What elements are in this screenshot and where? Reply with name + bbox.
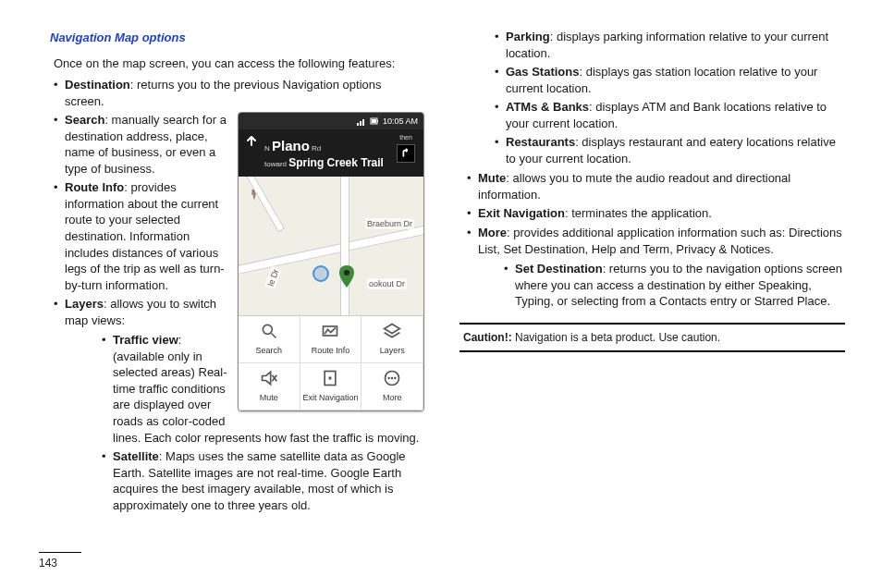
text-traffic: : (available only in selected areas) Rea… bbox=[113, 333, 419, 444]
text-more: : provides additional application inform… bbox=[478, 226, 842, 256]
options-list-top: Destination: returns you to the previous… bbox=[54, 77, 423, 109]
sub-traffic: Traffic view: (available only in selecte… bbox=[102, 332, 423, 446]
label-parking: Parking bbox=[506, 30, 550, 43]
intro-text: Once on the map screen, you can access t… bbox=[54, 55, 423, 72]
option-exit: Exit Navigation: terminates the applicat… bbox=[467, 205, 845, 222]
layers-sublist: Traffic view: (available only in selecte… bbox=[102, 332, 423, 513]
sub-atms: ATMs & Banks: displays ATM and Bank loca… bbox=[495, 99, 845, 131]
right-sublist: Parking: displays parking information re… bbox=[495, 29, 845, 166]
label-routeinfo: Route Info bbox=[65, 180, 124, 194]
sub-restaurants: Restaurants: displays restaurant and eat… bbox=[495, 134, 845, 166]
label-mute: Mute bbox=[478, 171, 506, 185]
caution-note: Caution!: Navigation is a beta product. … bbox=[459, 323, 845, 352]
option-route-info: Route Info: provides information about t… bbox=[54, 179, 423, 293]
two-column-layout: Navigation Map options Once on the map s… bbox=[37, 26, 845, 517]
option-mute: Mute: allows you to mute the audio reado… bbox=[467, 170, 845, 202]
label-exit: Exit Navigation bbox=[478, 206, 565, 220]
text-parking: : displays parking information relative … bbox=[506, 30, 828, 60]
label-traffic: Traffic view bbox=[113, 333, 178, 347]
label-satellite: Satellite bbox=[113, 449, 159, 463]
label-layers: Layers bbox=[65, 297, 104, 311]
option-destination: Destination: returns you to the previous… bbox=[54, 77, 423, 109]
options-list-wrapped: Search: manually search for a destinatio… bbox=[54, 112, 423, 328]
text-mute: : allows you to mute the audio readout a… bbox=[478, 171, 790, 202]
option-layers: Layers: allows you to switch map views: bbox=[54, 296, 423, 328]
label-gas: Gas Stations bbox=[506, 65, 579, 79]
label-atms: ATMs & Banks bbox=[506, 100, 589, 114]
sub-parking: Parking: displays parking information re… bbox=[495, 29, 845, 61]
text-routeinfo: : provides information about the current… bbox=[65, 180, 225, 291]
caution-text: Navigation is a beta product. Use cautio… bbox=[512, 331, 720, 344]
text-exit: : terminates the application. bbox=[565, 206, 712, 220]
caution-label: Caution!: bbox=[463, 331, 512, 344]
manual-page: Navigation Map options Once on the map s… bbox=[0, 0, 882, 588]
label-restaurants: Restaurants bbox=[506, 135, 575, 149]
more-sublist: Set Destination: returns you to the navi… bbox=[504, 261, 845, 310]
sub-gas: Gas Stations: displays gas station locat… bbox=[495, 64, 845, 96]
option-more: More: provides additional application in… bbox=[467, 225, 845, 257]
label-destination: Destination bbox=[65, 78, 130, 92]
sub-set-destination: Set Destination: returns you to the navi… bbox=[504, 261, 845, 310]
label-search: Search bbox=[65, 113, 104, 127]
option-search: Search: manually search for a destinatio… bbox=[54, 112, 423, 177]
section-heading: Navigation Map options bbox=[50, 30, 423, 46]
label-setdest: Set Destination bbox=[515, 262, 603, 276]
right-column: Parking: displays parking information re… bbox=[459, 26, 845, 517]
sub-satellite: Satellite: Maps uses the same satellite … bbox=[102, 448, 423, 513]
left-column: Navigation Map options Once on the map s… bbox=[37, 26, 423, 517]
right-main-list: Mute: allows you to mute the audio reado… bbox=[467, 170, 845, 257]
page-number: 143 bbox=[39, 552, 81, 570]
label-more: More bbox=[478, 226, 507, 239]
